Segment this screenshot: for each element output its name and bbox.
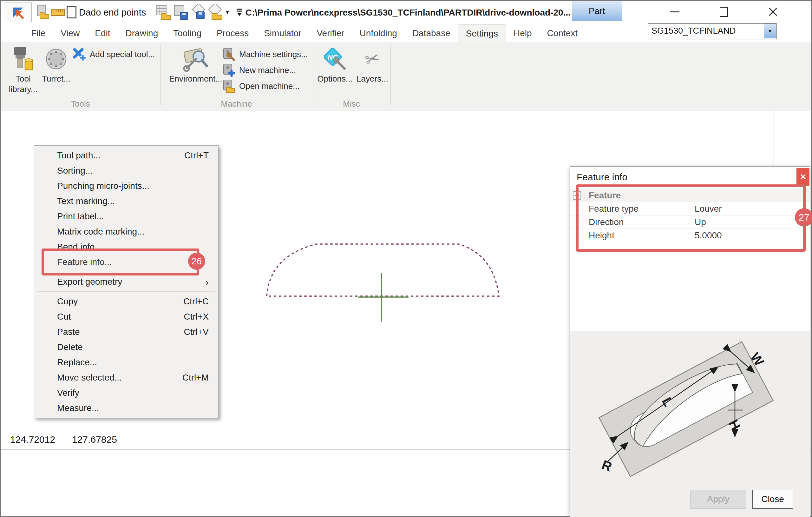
open-setup-icon[interactable] (207, 5, 223, 20)
maximize-button[interactable] (713, 4, 735, 20)
menu-item-label: Print label... (57, 211, 104, 221)
machine-combo-dropdown-icon[interactable]: ▼ (764, 24, 776, 38)
annotation-badge-26: 26 (188, 253, 205, 270)
menu-item-shortcut: Ctrl+T (184, 151, 209, 161)
open-machine-icon (223, 79, 235, 93)
close-button[interactable]: Close (752, 490, 793, 509)
environment-button[interactable]: Environment... (172, 45, 220, 96)
menu-item-label: Sorting... (57, 166, 93, 176)
app-logo-button[interactable] (4, 3, 32, 22)
feature-info-title: Feature info (577, 172, 628, 183)
annotation-box-27 (576, 184, 806, 252)
menu-item-export-geometry[interactable]: Export geometry› (34, 274, 218, 290)
menu-item-verify[interactable]: Verify (34, 385, 218, 401)
add-special-tool-icon (72, 47, 87, 61)
machine-settings-button[interactable]: Machine settings... (223, 46, 308, 62)
machine-settings-icon (223, 47, 235, 61)
app-window: Dado end points (0, 0, 812, 517)
tools-group-label: Tools (1, 99, 160, 109)
tab-unfolding[interactable]: Unfolding (352, 24, 405, 42)
menu-item-sorting[interactable]: Sorting... (34, 163, 218, 179)
options-label: Options... (317, 74, 352, 84)
layers-label: Layers... (356, 74, 388, 84)
tab-context[interactable]: Context (540, 24, 585, 42)
new-machine-label: New machine... (239, 65, 296, 75)
environment-icon (182, 45, 209, 74)
menu-item-shortcut: Ctrl+C (183, 296, 209, 306)
layers-button[interactable]: ✂ Layers... (355, 45, 389, 96)
cursor-x-coordinate: 124.72012 (10, 430, 55, 449)
menu-item-label: Text marking... (57, 196, 115, 206)
tab-drawing[interactable]: Drawing (118, 24, 166, 42)
tab-view[interactable]: View (53, 24, 87, 42)
part-mode-button[interactable]: Part (572, 1, 622, 21)
screenshot-stage: Dado end points (0, 0, 812, 517)
menu-item-cut[interactable]: CutCtrl+X (34, 309, 218, 324)
menu-item-measure[interactable]: Measure... (34, 401, 218, 416)
menu-item-shortcut: Ctrl+X (184, 312, 209, 322)
tab-simulator[interactable]: Simulator (256, 24, 309, 42)
annotation-badge-27: 27 (795, 208, 812, 226)
menu-item-text-marking[interactable]: Text marking... (34, 194, 218, 209)
path-collapse-icon[interactable] (236, 8, 243, 19)
tab-file[interactable]: File (24, 24, 53, 42)
app-logo-icon (9, 4, 26, 21)
title-bar: Dado end points (1, 1, 811, 24)
menu-item-label: Cut (57, 312, 71, 322)
menu-item-tool-path[interactable]: Tool path...Ctrl+T (34, 148, 218, 163)
tab-database[interactable]: Database (405, 24, 458, 42)
menu-item-label: Replace... (57, 357, 97, 368)
menu-item-print-label[interactable]: Print label... (34, 209, 218, 224)
louver-outline (267, 244, 499, 296)
ruler-icon[interactable] (51, 5, 65, 20)
menu-item-label: Tool path... (57, 151, 100, 161)
tab-tooling[interactable]: Tooling (166, 24, 209, 42)
ribbon: Tool library... Turret... (1, 42, 811, 110)
panel-close-button[interactable] (796, 168, 809, 186)
menu-item-copy[interactable]: CopyCtrl+C (34, 294, 218, 309)
machine-combo[interactable]: SG1530_TCFINLAND ▼ (648, 23, 777, 39)
apply-button[interactable]: Apply (690, 490, 746, 509)
turret-label: Turret... (42, 74, 70, 84)
ribbon-separator (160, 45, 161, 105)
tab-settings[interactable]: Settings (458, 24, 506, 42)
feature-info-panel: Feature info Feature Feature typeLouverD… (570, 166, 810, 517)
menu-item-label: Paste (57, 327, 80, 337)
menu-item-replace[interactable]: Replace... (34, 355, 218, 370)
menu-item-delete[interactable]: Delete (34, 339, 218, 355)
minimize-button[interactable] (664, 4, 686, 20)
menu-item-matrix-code-marking[interactable]: Matrix code marking... (34, 224, 218, 239)
options-button[interactable]: NC Options... (316, 45, 354, 96)
menu-separator (37, 291, 215, 292)
tab-help[interactable]: Help (506, 24, 540, 42)
ribbon-separator (390, 45, 391, 105)
quick-access-dropdown-icon[interactable]: ▼ (223, 5, 232, 20)
open-part-icon[interactable] (36, 5, 50, 20)
tab-process[interactable]: Process (209, 24, 256, 42)
open-machine-button[interactable]: Open machine... (223, 78, 300, 94)
environment-label: Environment... (169, 74, 222, 84)
new-machine-button[interactable]: New machine... (223, 62, 296, 78)
tab-verifier[interactable]: Verifier (309, 24, 352, 42)
louver-diagram: L W H R (570, 331, 810, 481)
ribbon-separator (313, 45, 313, 105)
menu-item-shortcut: Ctrl+V (184, 327, 209, 337)
open-table-icon[interactable] (155, 5, 172, 20)
close-window-button[interactable] (762, 4, 784, 20)
menu-item-move-selected[interactable]: Move selected...Ctrl+M (34, 370, 218, 385)
save-sheet-icon[interactable] (173, 5, 190, 20)
menu-item-punching-micro-joints[interactable]: Punching micro-joints... (34, 179, 218, 194)
dim-label-r: R (600, 457, 614, 474)
add-special-tool-button[interactable]: Add special tool... (72, 47, 155, 61)
tool-library-button[interactable]: Tool library... (4, 45, 42, 96)
menu-item-label: Delete (57, 342, 83, 352)
dado-endpoints-checkbox[interactable] (66, 5, 77, 20)
submenu-arrow-icon: › (205, 277, 209, 286)
turret-button[interactable]: Turret... (41, 45, 71, 96)
tab-edit[interactable]: Edit (87, 24, 118, 42)
dado-endpoints-label: Dado end points (79, 1, 146, 24)
menu-item-label: Verify (57, 388, 79, 398)
options-icon: NC (322, 45, 348, 74)
menu-item-paste[interactable]: PasteCtrl+V (34, 324, 218, 339)
save-setup-icon[interactable] (190, 5, 207, 20)
